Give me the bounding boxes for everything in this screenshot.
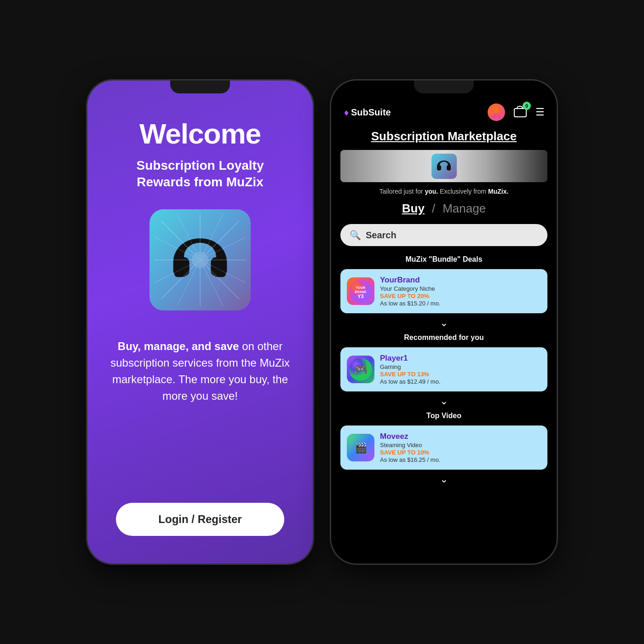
player1-save: SAVE UP TO 13% bbox=[380, 371, 541, 378]
subtitle-text: Subscription Loyalty Rewards from MuZix bbox=[137, 158, 264, 189]
svg-rect-14 bbox=[437, 167, 441, 171]
player1-category: Gaming bbox=[380, 363, 541, 370]
svg-text:Y3: Y3 bbox=[357, 293, 363, 299]
yourbrand-logo: YOUR BRAND Y3 bbox=[347, 277, 374, 305]
yourbrand-save: SAVE UP TO 20% bbox=[380, 293, 541, 299]
svg-text:🎬: 🎬 bbox=[355, 442, 368, 454]
svg-text:BRAND: BRAND bbox=[355, 290, 366, 293]
search-label: Search bbox=[366, 230, 397, 241]
tab-buy[interactable]: Buy bbox=[402, 201, 425, 216]
left-phone: Welcome Subscription Loyalty Rewards fro… bbox=[87, 80, 313, 564]
chevron-topvideo[interactable]: ⌄ bbox=[340, 473, 547, 485]
moveez-name: Moveez bbox=[380, 432, 541, 441]
moveez-logo: 🎬 bbox=[347, 434, 374, 461]
avatar-icon bbox=[490, 106, 503, 119]
moveez-category: Steaming Video bbox=[380, 442, 541, 448]
tagline-mid: Exclusively from bbox=[438, 188, 488, 195]
welcome-body: Buy, manage, and save on other subscript… bbox=[101, 338, 299, 404]
player1-logo: 🎮 bbox=[347, 356, 374, 383]
section-topvideo-title: Top Video bbox=[340, 412, 547, 420]
svg-rect-13 bbox=[514, 109, 526, 117]
player1-name: Player1 bbox=[380, 354, 541, 363]
welcome-body-bold: Buy, manage, and save bbox=[118, 340, 239, 352]
phone-notch-right bbox=[414, 80, 474, 93]
hero-banner bbox=[340, 150, 547, 182]
card-player1[interactable]: 🎮 Player1 Gaming SAVE UP TO 13% As low a… bbox=[340, 347, 547, 391]
cart-badge: 0 bbox=[523, 102, 531, 110]
tagline: Tailored just for you. Exclusively from … bbox=[340, 188, 547, 195]
svg-point-12 bbox=[492, 114, 501, 119]
page-title: Subscription Marketplace bbox=[340, 129, 547, 144]
chevron-bundle[interactable]: ⌄ bbox=[340, 317, 547, 329]
search-icon: 🔍 bbox=[350, 230, 361, 241]
tab-row: Buy / Manage bbox=[340, 201, 547, 216]
player1-info: Player1 Gaming SAVE UP TO 13% As low as … bbox=[380, 354, 541, 385]
svg-text:🎮: 🎮 bbox=[354, 362, 368, 376]
tab-slash: / bbox=[432, 201, 435, 216]
yourbrand-category: Your Category Niche bbox=[380, 285, 541, 292]
starburst-decoration bbox=[154, 214, 246, 306]
yourbrand-info: YourBrand Your Category Niche SAVE UP TO… bbox=[380, 276, 541, 307]
tab-manage[interactable]: Manage bbox=[443, 201, 486, 216]
welcome-title: Welcome bbox=[139, 117, 261, 150]
cart-button[interactable]: 0 bbox=[512, 104, 529, 121]
moveez-save: SAVE UP TO 10% bbox=[380, 449, 541, 456]
user-avatar[interactable] bbox=[488, 104, 505, 121]
card-yourbrand[interactable]: YOUR BRAND Y3 YourBrand Your Category Ni… bbox=[340, 269, 547, 313]
card-moveez[interactable]: 🎬 Moveez Steaming Video SAVE UP TO 10% A… bbox=[340, 426, 547, 470]
moveez-price: As low as $16.25 / mo. bbox=[380, 456, 541, 463]
welcome-subtitle: Subscription Loyalty Rewards from MuZix bbox=[137, 157, 264, 191]
search-bar[interactable]: 🔍 Search bbox=[340, 224, 547, 246]
chevron-recommended[interactable]: ⌄ bbox=[340, 395, 547, 407]
player1-logo-svg: 🎮 bbox=[349, 358, 372, 381]
yourbrand-name: YourBrand bbox=[380, 276, 541, 285]
player1-price: As low as $12.49 / mo. bbox=[380, 378, 541, 385]
svg-rect-15 bbox=[448, 167, 451, 171]
section-bundle-title: MuZix "Bundle" Deals bbox=[340, 255, 547, 264]
section-recommended-title: Recommended for you bbox=[340, 334, 547, 342]
yourbrand-price: As low as $15.20 / mo. bbox=[380, 300, 541, 307]
tagline-bold1: you. bbox=[425, 188, 438, 195]
svg-point-8 bbox=[192, 252, 208, 268]
moveez-logo-svg: 🎬 bbox=[349, 436, 372, 459]
svg-point-11 bbox=[494, 108, 499, 113]
banner-icon bbox=[431, 154, 457, 179]
moveez-info: Moveez Steaming Video SAVE UP TO 10% As … bbox=[380, 432, 541, 463]
svg-text:YOUR: YOUR bbox=[356, 286, 365, 289]
logo-text: SubSuite bbox=[351, 107, 391, 118]
header-icons: 0 ☰ bbox=[488, 104, 545, 121]
banner-headphone-icon bbox=[436, 159, 452, 173]
right-phone: ⬧ SubSuite 0 ☰ bbox=[331, 80, 557, 564]
app-header: ⬧ SubSuite 0 ☰ bbox=[340, 104, 547, 121]
login-register-button[interactable]: Login / Register bbox=[116, 503, 284, 536]
phone-notch-left bbox=[170, 80, 230, 93]
tagline-normal: Tailored just for bbox=[380, 188, 425, 195]
headphone-icon-box bbox=[150, 209, 251, 310]
menu-button[interactable]: ☰ bbox=[535, 106, 545, 118]
logo-icon: ⬧ bbox=[343, 106, 349, 118]
yourbrand-logo-svg: YOUR BRAND Y3 bbox=[349, 280, 372, 303]
app-logo: ⬧ SubSuite bbox=[343, 106, 391, 118]
tagline-bold2: MuZix. bbox=[488, 188, 508, 195]
